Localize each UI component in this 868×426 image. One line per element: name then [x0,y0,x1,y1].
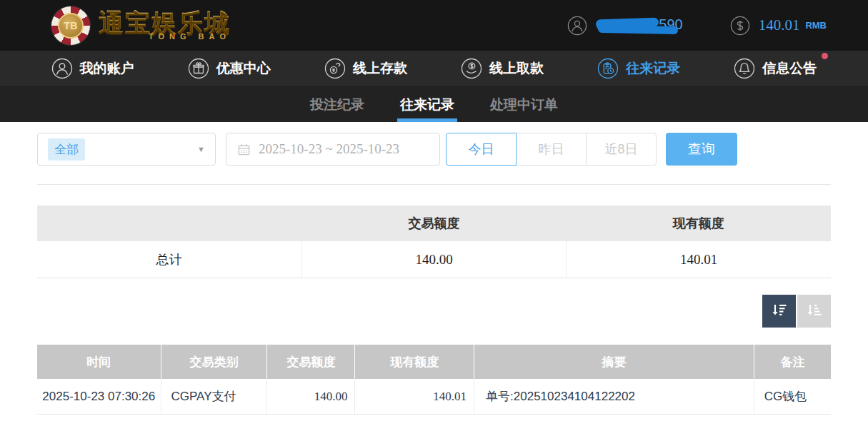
nav-item-transaction-records[interactable]: 往来记录 [597,58,680,79]
cell-note: CG钱包 [754,379,831,414]
deposit-icon [324,58,346,79]
summary-total-row: 总计 140.00 140.01 [37,241,831,278]
cell-time: 2025-10-23 07:30:26 [37,379,161,414]
redaction-scribble [598,24,678,34]
summary-current-amount: 140.01 [566,241,831,278]
notification-dot [822,53,828,59]
section-divider [37,184,831,185]
records-table: 时间 交易类别 交易额度 现有额度 摘要 备注 2025-10-23 07:30… [37,345,831,415]
tab-label: 处理中订单 [490,96,558,114]
tab-active-underline [397,118,457,122]
header-right: 590 140.01 RMB [567,15,827,36]
date-range-value: 2025-10-23 ~ 2025-10-23 [259,141,399,157]
selected-type-chip: 全部 [48,138,85,161]
col-header-summary: 摘要 [474,345,754,379]
cell-transaction-amount: 140.00 [266,379,354,414]
nav-label: 优惠中心 [216,59,271,78]
chevron-down-icon: ▼ [197,145,205,153]
withdraw-icon [461,58,482,79]
user-icon [567,16,587,36]
user-account[interactable]: 590 [567,15,683,36]
nav-label: 线上存款 [353,59,407,78]
tab-pending-orders[interactable]: 处理中订单 [489,87,559,122]
poker-chip-icon: TB [51,6,90,45]
summary-table: 交易额度 现有额度 总计 140.00 140.01 [37,206,831,278]
sort-controls [37,295,831,328]
nav-item-my-account[interactable]: 我的账户 [51,58,134,79]
site-logo[interactable]: TB 通宝娱乐城 TONG BAO [51,6,231,45]
col-header-transaction-amount: 交易额度 [266,345,354,379]
calendar-icon [237,143,251,156]
balance-amount: 140.01 [759,16,800,34]
date-range-input[interactable]: 2025-10-23 ~ 2025-10-23 [226,133,440,166]
secondary-tabs: 投注纪录 往来记录 处理中订单 [0,87,868,122]
main-content: 全部 ▼ 2025-10-23 ~ 2025-10-23 今日 昨日 近8日 查… [0,133,868,415]
quick-date-button-group: 今日 昨日 近8日 [446,133,657,166]
sort-descending-button[interactable] [762,295,796,328]
chip-label: TB [58,13,84,39]
balance-display[interactable]: 140.01 RMB [730,16,827,36]
sort-ascending-button[interactable] [797,295,831,328]
bell-icon [734,58,755,79]
nav-label: 线上取款 [489,59,544,78]
col-header-time: 时间 [37,345,161,379]
col-header-note: 备注 [754,345,831,379]
tab-label: 投注纪录 [310,96,364,114]
logo-title: 通宝娱乐城 [99,10,231,35]
gift-icon [188,58,209,79]
records-icon [597,58,619,79]
nav-label: 往来记录 [626,59,680,78]
balance-currency: RMB [805,20,827,31]
coin-icon [730,16,750,36]
user-icon [51,58,73,79]
summary-transaction-amount: 140.00 [301,241,567,278]
nav-item-online-withdrawal[interactable]: 线上取款 [461,58,544,79]
table-row: 2025-10-23 07:30:26 CGPAY支付 140.00 140.0… [37,379,831,415]
summary-total-label: 总计 [37,241,301,278]
yesterday-button[interactable]: 昨日 [516,133,587,166]
nav-item-promotions[interactable]: 优惠中心 [188,58,271,79]
sort-descending-icon [770,302,789,320]
top-header: TB 通宝娱乐城 TONG BAO 590 140.01 [0,0,868,51]
search-button[interactable]: 查询 [666,133,737,166]
col-header-current-amount: 现有额度 [354,345,474,379]
summary-header-transaction-amount: 交易额度 [301,215,566,232]
last-8-days-button[interactable]: 近8日 [586,133,657,166]
tab-transaction-records[interactable]: 往来记录 [399,87,456,122]
nav-item-online-deposit[interactable]: 线上存款 [324,58,407,79]
tab-bet-records[interactable]: 投注纪录 [309,87,366,122]
summary-header-row: 交易额度 现有额度 [37,206,831,241]
nav-label: 我的账户 [80,59,134,78]
transaction-type-select[interactable]: 全部 ▼ [37,133,216,166]
filter-bar: 全部 ▼ 2025-10-23 ~ 2025-10-23 今日 昨日 近8日 查… [37,133,831,166]
nav-label: 信息公告 [762,59,817,78]
col-header-transaction-type: 交易类别 [161,345,267,379]
sort-ascending-icon [805,302,824,320]
records-header-row: 时间 交易类别 交易额度 现有额度 摘要 备注 [37,345,831,379]
cell-current-amount: 140.01 [354,379,474,414]
summary-header-current-amount: 现有额度 [567,215,831,232]
today-button[interactable]: 今日 [446,133,517,166]
tab-label: 往来记录 [400,96,454,114]
cell-summary: 单号:202510234104122202 [474,379,754,414]
cell-transaction-type: CGPAY支付 [161,379,267,414]
redacted-username[interactable]: 590 [596,15,683,36]
main-navigation: 我的账户 优惠中心 线上存款 线上取款 [0,51,868,87]
logo-text: 通宝娱乐城 TONG BAO [99,10,231,41]
nav-item-announcements[interactable]: 信息公告 [734,58,817,79]
